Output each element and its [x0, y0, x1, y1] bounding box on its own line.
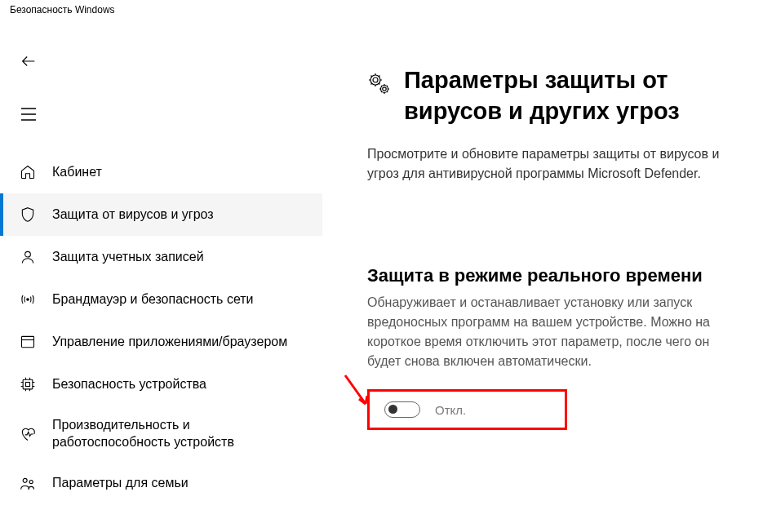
sidebar-item-label: Параметры для семьи	[52, 475, 189, 492]
chip-icon	[18, 375, 38, 394]
page-title: Параметры защиты от вирусов и других угр…	[404, 65, 739, 126]
sidebar-item-family[interactable]: Параметры для семьи	[0, 463, 322, 505]
sidebar-item-virus[interactable]: Защита от вирусов и угроз	[0, 193, 322, 236]
svg-rect-3	[23, 379, 33, 389]
sidebar-item-label: Кабинет	[52, 164, 102, 181]
svg-point-1	[27, 299, 29, 301]
window-title: Безопасность Windows	[10, 4, 115, 16]
svg-point-6	[29, 480, 33, 483]
svg-point-9	[383, 87, 386, 91]
sidebar: Кабинет Защита от вирусов и угроз Защита…	[0, 24, 322, 532]
page-subtitle: Просмотрите и обновите параметры защиты …	[367, 144, 726, 184]
account-icon	[18, 247, 38, 267]
hamburger-button[interactable]	[12, 98, 45, 131]
hamburger-icon	[20, 108, 37, 121]
sidebar-item-label: Защита учетных записей	[52, 249, 204, 266]
home-icon	[18, 162, 38, 182]
sidebar-item-label: Безопасность устройства	[52, 376, 206, 393]
arrow-left-icon	[20, 52, 38, 70]
sidebar-item-firewall[interactable]: Брандмауэр и безопасность сети	[0, 278, 322, 321]
antenna-icon	[18, 290, 38, 309]
sidebar-item-label: Производительность и работоспособность у…	[52, 417, 308, 451]
family-icon	[18, 474, 38, 494]
realtime-protection-section: Защита в режиме реального времени Обнару…	[367, 265, 739, 430]
svg-rect-4	[26, 383, 30, 387]
sidebar-item-perf[interactable]: Производительность и работоспособность у…	[0, 406, 322, 463]
toggle-state-label: Откл.	[435, 403, 466, 417]
svg-rect-2	[22, 336, 34, 347]
sidebar-item-account[interactable]: Защита учетных записей	[0, 236, 322, 278]
toggle-highlight-box: Откл.	[367, 389, 567, 430]
sidebar-item-label: Защита от вирусов и угроз	[52, 206, 214, 224]
page-header: Параметры защиты от вирусов и других угр…	[367, 65, 739, 126]
sidebar-item-label: Брандмауэр и безопасность сети	[52, 291, 254, 308]
app-browser-icon	[18, 332, 38, 352]
window-titlebar: Безопасность Windows	[0, 0, 763, 24]
shield-icon	[18, 205, 38, 224]
gears-icon	[367, 72, 392, 96]
sidebar-item-home[interactable]: Кабинет	[0, 151, 322, 193]
section-desc: Обнаруживает и останавливает установку и…	[367, 293, 739, 371]
sidebar-item-app[interactable]: Управление приложениями/браузером	[0, 321, 322, 363]
toggle-knob	[388, 405, 397, 414]
main-content: Параметры защиты от вирусов и других угр…	[322, 24, 763, 532]
realtime-protection-toggle[interactable]	[384, 401, 420, 418]
sidebar-item-label: Управление приложениями/браузером	[52, 334, 287, 351]
sidebar-item-device[interactable]: Безопасность устройства	[0, 363, 322, 406]
section-title: Защита в режиме реального времени	[367, 265, 739, 286]
back-button[interactable]	[12, 45, 45, 78]
heart-icon	[18, 424, 38, 444]
svg-point-7	[373, 78, 378, 82]
annotation-arrow-icon	[341, 371, 374, 412]
nav-list: Кабинет Защита от вирусов и угроз Защита…	[0, 151, 322, 505]
svg-point-0	[25, 251, 31, 257]
svg-point-5	[23, 478, 27, 482]
